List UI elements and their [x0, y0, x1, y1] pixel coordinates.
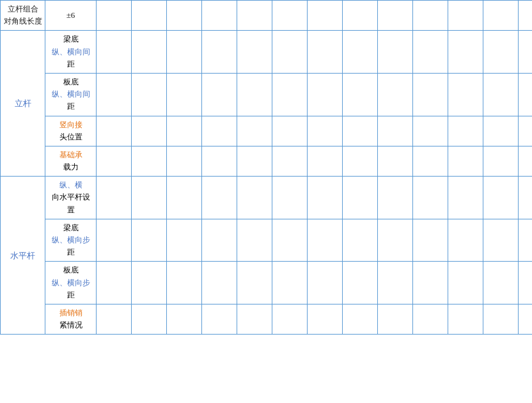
shuiping-2-data-9	[378, 219, 413, 262]
shuiping-3-data-10	[413, 262, 448, 304]
header-tolerance-value: ±6	[45, 1, 97, 31]
shuiping-1-data-13	[519, 177, 533, 219]
shuiping-sub-1: 纵、横向水平杆设置	[45, 177, 97, 219]
ligan-3-data-11	[448, 116, 483, 146]
shuiping-1-data-8	[343, 177, 378, 219]
shuiping-2-data-1	[97, 219, 132, 262]
ligan-4-data-2	[132, 146, 167, 176]
ligan-1-data-2	[132, 31, 167, 74]
ligan-1-data-7	[308, 31, 343, 74]
ligan-2-data-6	[272, 73, 308, 116]
shuiping-2-data-5	[237, 219, 272, 262]
shuiping-4-data-2	[132, 304, 167, 334]
ligan-3-data-13	[519, 116, 533, 146]
ligan-4-data-3	[167, 146, 202, 176]
shuiping-sub-3: 板底纵、横向步距	[45, 262, 97, 304]
ligan-3-data-4	[202, 116, 237, 146]
shuiping-row-4: 插销销紧情况	[1, 304, 533, 334]
shuiping-2-data-10	[413, 219, 448, 262]
ligan-2-data-4	[202, 73, 237, 116]
shuiping-3-data-6	[272, 262, 308, 304]
header-data-col-10	[413, 1, 448, 31]
ligan-4-data-1	[97, 146, 132, 176]
shuiping-4-data-7	[308, 304, 343, 334]
shuiping-1-data-4	[202, 177, 237, 219]
header-data-col-8	[343, 1, 378, 31]
ligan-sub-4: 基础承载力	[45, 146, 97, 176]
shuiping-2-data-11	[448, 219, 483, 262]
shuiping-1-data-1	[97, 177, 132, 219]
shuiping-3-data-9	[378, 262, 413, 304]
ligan-1-data-4	[202, 31, 237, 74]
ligan-4-data-10	[413, 146, 448, 176]
ligan-row-2: 板底纵、横向间距	[1, 73, 533, 116]
ligan-4-data-13	[519, 146, 533, 176]
main-container: 立杆组合对角线长度 ±6	[0, 0, 532, 403]
ligan-4-data-7	[308, 146, 343, 176]
ligan-2-data-5	[237, 73, 272, 116]
ligan-sub-2: 板底纵、横向间距	[45, 73, 97, 116]
shuiping-4-data-8	[343, 304, 378, 334]
shuiping-4-data-4	[202, 304, 237, 334]
shuiping-4-data-12	[483, 304, 519, 334]
shuiping-1-data-12	[483, 177, 519, 219]
ligan-3-data-3	[167, 116, 202, 146]
shuiping-4-data-10	[413, 304, 448, 334]
shuiping-3-data-8	[343, 262, 378, 304]
header-data-col-3	[167, 1, 202, 31]
shuiping-row-1: 水平杆 纵、横向水平杆设置	[1, 177, 533, 219]
ligan-2-data-7	[308, 73, 343, 116]
shuiping-2-data-12	[483, 219, 519, 262]
ligan-1-data-5	[237, 31, 272, 74]
shuiping-2-data-7	[308, 219, 343, 262]
shuiping-3-data-11	[448, 262, 483, 304]
ligan-4-data-11	[448, 146, 483, 176]
shuiping-1-data-10	[413, 177, 448, 219]
ligan-sub-1: 梁底纵、横向间距	[45, 31, 97, 74]
ligan-1-data-9	[378, 31, 413, 74]
shuiping-4-data-5	[237, 304, 272, 334]
shuiping-1-data-7	[308, 177, 343, 219]
ligan-3-data-5	[237, 116, 272, 146]
ligan-2-data-12	[483, 73, 519, 116]
shuiping-sub-4: 插销销紧情况	[45, 304, 97, 334]
ligan-1-data-3	[167, 31, 202, 74]
ligan-1-data-6	[272, 31, 308, 74]
shuiping-sub-2: 梁底纵、横向步距	[45, 219, 97, 262]
header-data-col-13	[519, 1, 533, 31]
ligan-3-data-2	[132, 116, 167, 146]
shuiping-group-label: 水平杆	[1, 177, 45, 335]
header-data-col-12	[483, 1, 519, 31]
header-data-col-6	[272, 1, 308, 31]
ligan-2-data-3	[167, 73, 202, 116]
ligan-3-data-9	[378, 116, 413, 146]
shuiping-2-data-8	[343, 219, 378, 262]
ligan-2-data-13	[519, 73, 533, 116]
shuiping-3-data-1	[97, 262, 132, 304]
ligan-3-data-10	[413, 116, 448, 146]
ligan-4-data-5	[237, 146, 272, 176]
ligan-3-data-6	[272, 116, 308, 146]
shuiping-1-data-6	[272, 177, 308, 219]
ligan-1-data-8	[343, 31, 378, 74]
shuiping-4-data-1	[97, 304, 132, 334]
shuiping-3-data-12	[483, 262, 519, 304]
shuiping-row-2: 梁底纵、横向步距	[1, 219, 533, 262]
header-data-col-2	[132, 1, 167, 31]
header-row: 立杆组合对角线长度 ±6	[1, 1, 533, 31]
header-data-col-4	[202, 1, 237, 31]
ligan-1-data-12	[483, 31, 519, 74]
ligan-4-data-4	[202, 146, 237, 176]
ligan-4-data-9	[378, 146, 413, 176]
ligan-2-data-10	[413, 73, 448, 116]
shuiping-2-data-3	[167, 219, 202, 262]
header-data-col-1	[97, 1, 132, 31]
header-data-col-7	[308, 1, 343, 31]
ligan-1-data-11	[448, 31, 483, 74]
ligan-sub-3: 竖向接头位置	[45, 116, 97, 146]
shuiping-3-data-13	[519, 262, 533, 304]
shuiping-4-data-9	[378, 304, 413, 334]
ligan-2-data-11	[448, 73, 483, 116]
ligan-3-data-12	[483, 116, 519, 146]
shuiping-1-data-5	[237, 177, 272, 219]
